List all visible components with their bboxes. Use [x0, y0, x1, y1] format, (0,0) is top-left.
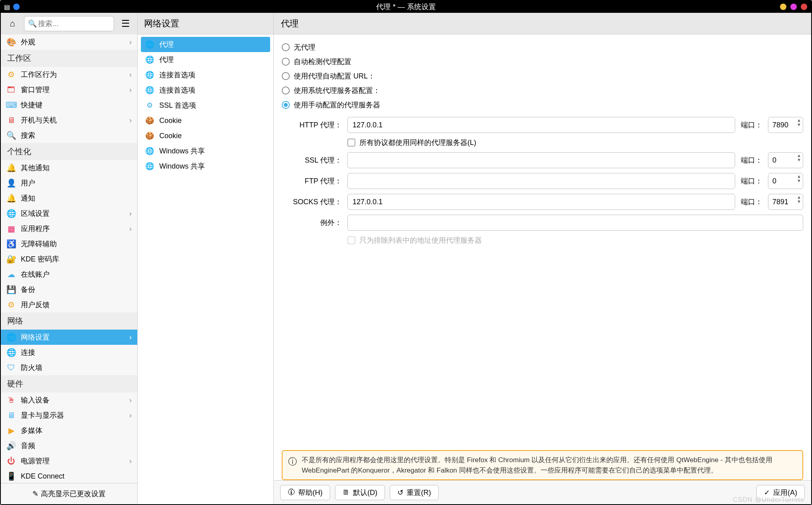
sidebar-item-label: 开机与关机 — [21, 115, 57, 125]
ftp-proxy-input[interactable] — [347, 173, 735, 189]
sidebar-item[interactable]: 🔊音频 — [1, 438, 137, 453]
sidebar-footer-button[interactable]: ✎ 高亮显示已更改设置 — [1, 483, 137, 504]
radio-label: 使用手动配置的代理服务器 — [294, 100, 380, 110]
sidebar-item-icon: 🔔 — [6, 163, 16, 173]
sidebar-item[interactable]: 📱KDE Connect — [1, 469, 137, 483]
sidebar-item-label: 连接 — [21, 348, 35, 357]
same-proxy-checkbox[interactable] — [347, 139, 355, 147]
proxy-mode-radio[interactable]: 使用系统代理服务器配置： — [282, 83, 803, 98]
check-icon: ✓ — [764, 488, 770, 497]
sidebar-item-icon: ☁ — [6, 270, 16, 279]
reset-button[interactable]: ↺重置(R) — [390, 485, 439, 500]
content-title: 代理 — [274, 13, 811, 34]
highlight-icon: ✎ — [32, 490, 38, 498]
sidebar-item-label: 搜索 — [21, 131, 35, 140]
socks-port-spinbox[interactable]: 7891▲▼ — [768, 194, 803, 210]
ssl-port-label: 端口： — [741, 155, 762, 165]
sidebar-item[interactable]: ☁在线账户 — [1, 267, 137, 282]
sidebar-item[interactable]: 🌐网络设置› — [1, 330, 137, 345]
apply-button[interactable]: ✓应用(A) — [756, 485, 805, 500]
sidebar-item[interactable]: 🎨外观› — [1, 34, 137, 50]
sidebar-item[interactable]: ▦应用程序› — [1, 221, 137, 236]
subnav-item-label: Cookie — [159, 117, 182, 125]
subnav-item[interactable]: 🌐代理 — [141, 52, 270, 67]
subnav-item[interactable]: 🌐代理 — [141, 37, 270, 52]
sidebar-item-label: 外观 — [21, 37, 35, 47]
radio-label: 自动检测代理配置 — [294, 57, 351, 66]
sidebar-item-icon: 🖥 — [6, 410, 16, 420]
sidebar-item[interactable]: 🔔通知 — [1, 191, 137, 206]
sidebar-category-header: 硬件 — [1, 375, 137, 392]
sidebar-item-icon: 🛡 — [6, 363, 16, 372]
sidebar-item[interactable]: ⌨快捷键 — [1, 97, 137, 113]
ftp-port-spinbox[interactable]: 0▲▼ — [768, 173, 803, 189]
sidebar-item[interactable]: 🔐KDE 密码库 — [1, 251, 137, 267]
sidebar-item-icon: 🎨 — [6, 37, 16, 47]
subnav-item-icon: 🌐 — [145, 40, 154, 49]
sidebar-item[interactable]: 🌐连接 — [1, 345, 137, 360]
sidebar-item[interactable]: 👤用户 — [1, 175, 137, 191]
defaults-button[interactable]: 🗎默认(D) — [335, 485, 385, 500]
subnav-item[interactable]: ⚙SSL 首选项 — [141, 98, 270, 113]
content: 代理 无代理自动检测代理配置使用代理自动配置 URL：使用系统代理服务器配置：使… — [274, 13, 811, 504]
titlebar: ▤ 代理 * — 系统设置 — [1, 1, 811, 13]
sidebar-item-icon: ⏻ — [6, 456, 16, 466]
sidebar-item-label: 快捷键 — [21, 100, 42, 110]
sidebar-item[interactable]: 🔍搜索 — [1, 128, 137, 143]
sidebar-item-icon: 🗔 — [6, 85, 16, 95]
http-port-spinbox[interactable]: 7890▲▼ — [768, 117, 803, 133]
sidebar-item-icon: 🌐 — [6, 209, 16, 218]
sidebar-item[interactable]: 🖱输入设备› — [1, 392, 137, 408]
minimize-button[interactable] — [780, 4, 786, 10]
sidebar-item[interactable]: 🌐区域设置› — [1, 206, 137, 221]
sidebar-item-icon: 🖱 — [6, 395, 16, 405]
sidebar-item-icon: 🖥 — [6, 115, 16, 125]
sidebar-item[interactable]: ⚙用户反馈 — [1, 297, 137, 312]
ssl-proxy-input[interactable] — [347, 152, 735, 168]
subnav-item[interactable]: 🍪Cookie — [141, 128, 270, 143]
sidebar-item[interactable]: 🔔其他通知 — [1, 160, 137, 175]
subnav-item-icon: 🍪 — [145, 116, 154, 125]
sidebar-item[interactable]: 🖥开机与关机› — [1, 113, 137, 128]
sidebar-category-header: 网络 — [1, 312, 137, 330]
home-button[interactable]: ⌂ — [5, 16, 20, 31]
ssl-port-spinbox[interactable]: 0▲▼ — [768, 152, 803, 168]
http-proxy-input[interactable] — [347, 117, 735, 133]
exception-input[interactable] — [347, 215, 803, 231]
search-input[interactable] — [24, 16, 114, 31]
sidebar-item[interactable]: 💾备份 — [1, 282, 137, 297]
sidebar-item[interactable]: ♿无障碍辅助 — [1, 236, 137, 251]
subnav-item[interactable]: 🍪Cookie — [141, 113, 270, 128]
sidebar-item[interactable]: ⚙工作区行为› — [1, 67, 137, 82]
sidebar-item[interactable]: 🗔窗口管理› — [1, 82, 137, 97]
proxy-mode-radio[interactable]: 无代理 — [282, 40, 803, 54]
help-icon: 🛈 — [288, 488, 295, 497]
radio-icon — [282, 72, 290, 80]
socks-proxy-input[interactable] — [347, 194, 735, 210]
close-button[interactable] — [801, 4, 807, 10]
sidebar-item[interactable]: ⏻电源管理› — [1, 453, 137, 469]
subnav-item[interactable]: 🌐Windows 共享 — [141, 143, 270, 159]
sidebar-item-icon: 🌐 — [6, 348, 16, 357]
sidebar-item-label: 通知 — [21, 193, 35, 203]
hamburger-button[interactable]: ☰ — [118, 16, 133, 31]
help-button[interactable]: 🛈帮助(H) — [280, 485, 330, 500]
maximize-button[interactable] — [790, 4, 797, 10]
sidebar: ⌂ 🔍 ☰ 🎨外观›工作区⚙工作区行为›🗔窗口管理›⌨快捷键🖥开机与关机›🔍搜索… — [1, 13, 138, 504]
proxy-mode-radio[interactable]: 自动检测代理配置 — [282, 54, 803, 69]
sidebar-item[interactable]: 🛡防火墙 — [1, 360, 137, 375]
sidebar-item[interactable]: ▶多媒体 — [1, 423, 137, 438]
subnav-item[interactable]: 🌐连接首选项 — [141, 67, 270, 82]
sidebar-item-label: 多媒体 — [21, 426, 42, 435]
subnav-item[interactable]: 🌐Windows 共享 — [141, 159, 270, 174]
proxy-mode-radio[interactable]: 使用代理自动配置 URL： — [282, 69, 803, 83]
sidebar-item[interactable]: 🖥显卡与显示器› — [1, 408, 137, 423]
footer-bar: 🛈帮助(H) 🗎默认(D) ↺重置(R) ✓应用(A) — [274, 480, 811, 504]
subnav-item[interactable]: 🌐连接首选项 — [141, 82, 270, 98]
sidebar-item-label: 用户反馈 — [21, 300, 50, 310]
proxy-mode-radio[interactable]: 使用手动配置的代理服务器 — [282, 98, 803, 112]
sidebar-item-label: 输入设备 — [21, 395, 50, 405]
subnav: 网络设置 🌐代理🌐代理🌐连接首选项🌐连接首选项⚙SSL 首选项🍪Cookie🍪C… — [138, 13, 274, 504]
sidebar-category-header: 工作区 — [1, 50, 137, 67]
app-menu-icon[interactable]: ▤ — [4, 3, 10, 11]
